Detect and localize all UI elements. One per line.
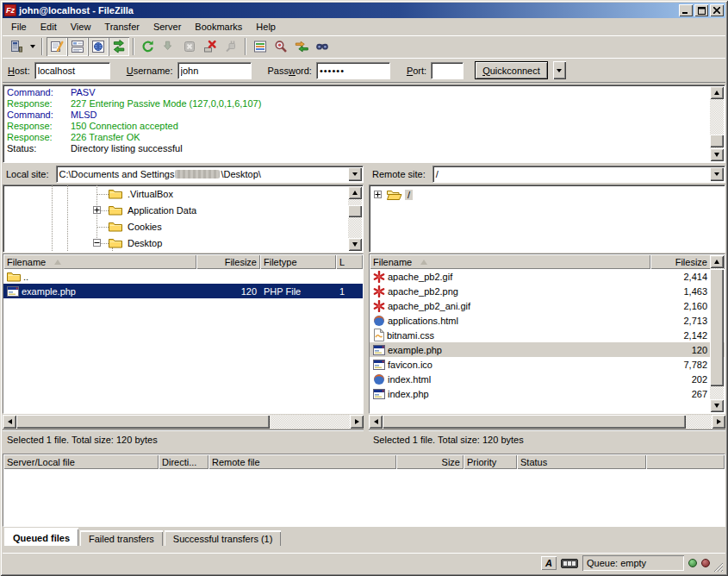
tree-item-desktop[interactable]: Desktop [3,235,347,252]
find-button[interactable] [312,37,333,56]
maximize-button[interactable] [694,4,708,16]
scroll-up-button[interactable] [710,255,724,268]
log-line-text: Directory listing successful [71,143,183,154]
disconnect-button[interactable] [200,37,221,56]
site-manager-dropdown-button[interactable] [27,37,38,56]
local-site-dropdown-button[interactable] [348,167,362,181]
queue-column-priority[interactable]: Priority [464,454,517,469]
column-header-filename[interactable]: Filename [370,254,650,269]
file-row-applications-html[interactable]: applications.html2,713 [370,313,725,328]
tree-item-application-data[interactable]: Application Data [3,203,347,219]
cell-size: 2,142 [650,330,711,341]
menu-edit[interactable]: Edit [34,20,64,34]
resize-grip[interactable] [712,560,724,573]
tree-item-root[interactable]: / [370,187,709,203]
scroll-thumb[interactable] [710,135,724,147]
file-row-bitnami-css[interactable]: bitnami.css2,142 [370,328,725,342]
column-header-l[interactable]: L [336,254,363,269]
queue-column-size[interactable]: Size [396,454,464,469]
host-input[interactable] [34,62,110,79]
scroll-up-button[interactable] [710,86,724,99]
log-line: Status:Directory listing successful [7,143,707,154]
scroll-down-button[interactable] [710,148,724,161]
toggle-local-tree-button[interactable] [67,37,88,56]
menu-file[interactable]: File [4,20,34,34]
queue-body [3,469,725,526]
remote-hscrollbar[interactable] [369,415,725,429]
refresh-button[interactable] [138,37,159,56]
menu-bookmarks[interactable]: Bookmarks [188,20,249,34]
column-header-filetype[interactable]: Filetype [260,254,336,269]
log-line-type: Command: [7,110,71,121]
file-row-index-php[interactable]: index.php267 [370,386,725,401]
queue-column-status[interactable]: Status [517,454,646,469]
column-header-filesize[interactable]: Filesize [196,254,260,269]
scroll-thumb[interactable] [16,415,270,429]
quickconnect-button[interactable]: Quickconnect [475,61,548,79]
file-row-index-html[interactable]: index.html202 [370,372,725,386]
scroll-thumb[interactable] [710,269,724,386]
queue-column-directi-[interactable]: Directi... [159,454,208,469]
queue-column-label: Priority [467,457,496,467]
menu-view[interactable]: View [64,20,98,34]
tab-successful-transfers-1-[interactable]: Successful transfers (1) [165,530,282,546]
cancel-button[interactable] [179,37,200,56]
menu-transfer[interactable]: Transfer [97,20,146,34]
remote-site-combo[interactable]: / [432,166,725,183]
remote-list-vscrollbar[interactable] [710,255,724,412]
tree-item-cookies[interactable]: Cookies [3,219,347,235]
toolbar [3,35,725,58]
scroll-right-button[interactable] [350,415,364,429]
username-input[interactable] [177,62,252,79]
local-tree-vscrollbar[interactable] [348,186,362,252]
remote-site-dropdown-button[interactable] [710,167,724,181]
toggle-remote-tree-button[interactable] [88,37,109,56]
tab-queued-files[interactable]: Queued files [4,528,78,546]
scroll-up-button[interactable] [348,186,362,199]
tree-item--virtualbox[interactable]: .VirtualBox [3,186,347,203]
refresh-icon [141,40,155,53]
log-vscrollbar[interactable] [710,86,724,161]
password-input[interactable] [316,62,390,79]
filter-button[interactable] [250,37,271,56]
column-header-filesize[interactable]: Filesize [650,254,711,269]
queue-column-remote-file[interactable]: Remote file [208,454,396,469]
scroll-right-button[interactable] [712,415,725,429]
file-row-apache_pb2-gif[interactable]: apache_pb2.gif2,414 [370,269,725,284]
close-button[interactable] [710,4,724,16]
menu-server[interactable]: Server [146,20,188,34]
scroll-left-button[interactable] [369,415,383,429]
filezilla-window: Fz john@localhost - FileZilla FileEditVi… [0,0,728,576]
scroll-thumb[interactable] [348,205,362,217]
port-input[interactable] [431,62,464,79]
compare-icon [274,40,288,53]
process-queue-button[interactable] [159,37,179,56]
sync-browse-button[interactable] [291,37,312,56]
scroll-down-button[interactable] [348,238,362,251]
column-header-filename[interactable]: Filename [3,254,196,269]
local-hscrollbar[interactable] [3,415,364,429]
compare-button[interactable] [271,37,291,56]
file-row-example-php[interactable]: example.php120PHP File1 [3,284,363,298]
scroll-thumb[interactable] [383,415,686,429]
tab-failed-transfers[interactable]: Failed transfers [80,530,163,546]
reconnect-button[interactable] [221,37,241,56]
file-row-apache_pb2_ani-gif[interactable]: apache_pb2_ani.gif2,160 [370,298,725,313]
file-row-apache_pb2-png[interactable]: apache_pb2.png1,463 [370,284,725,298]
toggle-transfer-queue-button[interactable] [109,37,129,56]
file-row-favicon-ico[interactable]: favicon.ico7,782 [370,357,725,372]
cell-text: 120 [241,286,257,297]
titlebar[interactable]: Fz john@localhost - FileZilla [3,3,725,18]
local-site-combo[interactable]: C:\Documents and Settings\Desktop\ [56,166,364,183]
minimize-button[interactable] [679,4,693,16]
file-row--[interactable]: .. [3,269,363,284]
toggle-message-log-button[interactable] [47,37,67,56]
site-manager-button[interactable] [6,37,27,56]
scroll-down-button[interactable] [710,399,724,412]
file-row-example-php[interactable]: example.php120 [370,342,725,357]
menu-help[interactable]: Help [249,20,283,34]
column-header-label: Filesize [225,257,257,267]
scroll-left-button[interactable] [3,415,16,429]
quickconnect-dropdown-button[interactable] [553,61,566,79]
queue-column-server-local-file[interactable]: Server/Local file [3,454,159,469]
